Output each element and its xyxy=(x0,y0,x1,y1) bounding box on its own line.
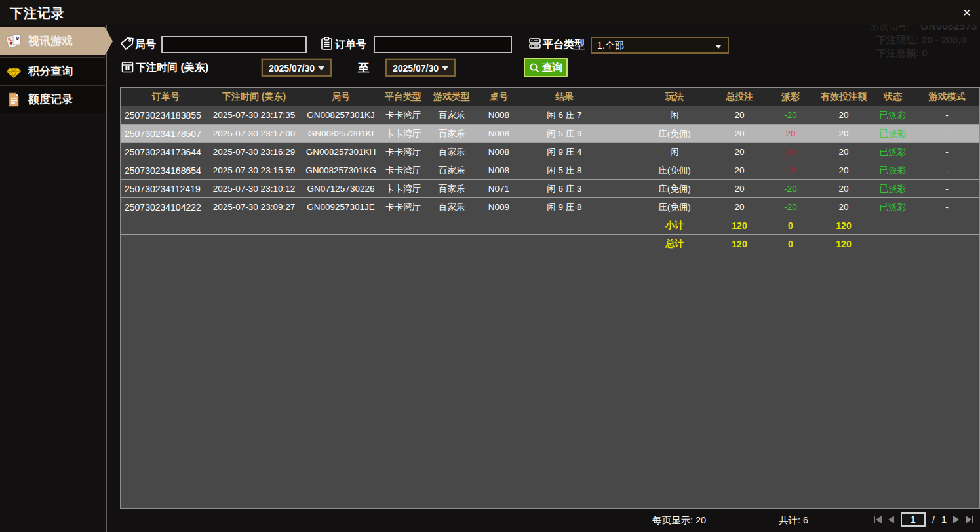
column-header: 平台类型 xyxy=(381,91,425,103)
close-icon[interactable]: × xyxy=(959,5,975,21)
page-size-label: 每页显示: 20 xyxy=(652,514,706,527)
bg-bet-total: 下注总额: 0 xyxy=(876,47,928,60)
bg-panel-edge xyxy=(834,26,980,26)
game-type-cell: 百家乐 xyxy=(425,146,478,158)
platform-cell: 卡卡湾厅 xyxy=(381,183,425,195)
calendar-icon xyxy=(121,60,134,73)
game-type-cell: 百家乐 xyxy=(425,201,478,213)
column-header: 总投注 xyxy=(714,91,765,103)
result-cell: 闲 5 庄 8 xyxy=(520,165,609,176)
round-no-cell: GN008257301KI xyxy=(301,129,381,138)
result-cell: 闲 9 庄 8 xyxy=(520,201,609,213)
sidebar-item-quota-records[interactable]: 额度记录 xyxy=(0,85,105,113)
result-cell: 闲 6 庄 3 xyxy=(520,183,609,195)
bet-time-cell: 2025-07-30 23:15:59 xyxy=(207,165,301,175)
total-bet-cell: 20 xyxy=(714,202,765,212)
subtotal-row-valid-bet-cell: 120 xyxy=(816,220,871,231)
order-no-cell: 250730234168654 xyxy=(121,165,207,176)
column-header: 派彩 xyxy=(765,91,816,103)
date-to-value: 2025/07/30 xyxy=(393,63,439,73)
subtotal-row-payout-cell: 0 xyxy=(765,220,816,231)
diamond-icon xyxy=(5,63,22,80)
first-page-button[interactable] xyxy=(874,516,882,523)
page-total: 1 xyxy=(941,514,947,525)
platform-type-label: 平台类型 xyxy=(543,38,585,52)
order-no-cell: 250730234112419 xyxy=(121,184,207,194)
payout-cell: -20 xyxy=(765,110,816,120)
table-row[interactable]: 2507302341736442025-07-30 23:16:29GN0082… xyxy=(121,143,979,161)
bet-time-label: 下注时间 (美东) xyxy=(136,61,208,75)
round-no-cell: GN009257301JE xyxy=(301,202,381,212)
column-header: 下注时间 (美东) xyxy=(207,91,301,103)
table-no-cell: N009 xyxy=(478,202,520,212)
status-cell: 已派彩 xyxy=(871,201,914,213)
valid-bet-cell: 20 xyxy=(816,202,871,212)
to-label: 至 xyxy=(358,60,369,75)
chevron-down-icon xyxy=(442,66,448,70)
game-mode-cell: - xyxy=(914,165,979,175)
date-from-value: 2025/07/30 xyxy=(269,63,315,73)
prev-page-button[interactable] xyxy=(888,516,894,523)
play-method-cell: 庄(免佣) xyxy=(635,201,714,213)
valid-bet-cell: 20 xyxy=(816,184,871,194)
game-mode-cell: - xyxy=(914,184,979,194)
sidebar-item-video-games[interactable]: K 9 视讯游戏 xyxy=(0,27,105,55)
play-method-cell: 闲 xyxy=(635,110,714,121)
table-no-cell: N008 xyxy=(478,147,520,157)
round-no-label: 局号 xyxy=(135,38,156,52)
order-no-cell: 250730234173644 xyxy=(121,147,207,157)
total-bet-cell: 20 xyxy=(714,165,765,175)
next-page-button[interactable] xyxy=(953,516,959,523)
bet-time-cell: 2025-07-30 23:10:12 xyxy=(207,184,301,194)
table-row[interactable]: 2507302341124192025-07-30 23:10:12GN0712… xyxy=(121,180,979,198)
platform-select[interactable]: 1.全部 xyxy=(591,37,729,54)
play-method-cell: 庄(免佣) xyxy=(635,183,714,195)
table-row[interactable]: 2507302341042222025-07-30 23:09:27GN0092… xyxy=(121,198,979,216)
game-mode-cell: - xyxy=(914,147,979,157)
date-to-picker[interactable]: 2025/07/30 xyxy=(385,59,456,77)
platform-cell: 卡卡湾厅 xyxy=(381,146,425,158)
game-type-cell: 百家乐 xyxy=(425,110,478,121)
bet-time-cell: 2025-07-30 23:17:00 xyxy=(207,129,301,138)
svg-text:9: 9 xyxy=(16,35,20,41)
platform-cell: 卡卡湾厅 xyxy=(381,201,425,213)
round-no-cell: GN07125730226 xyxy=(301,184,381,194)
game-mode-cell: - xyxy=(914,202,979,212)
query-button[interactable]: 查询 xyxy=(524,58,568,77)
table-no-cell: N008 xyxy=(478,165,520,175)
play-method-cell: 庄(免佣) xyxy=(635,165,714,176)
table-row[interactable]: 2507302341686542025-07-30 23:15:59GN0082… xyxy=(121,161,979,180)
subtotal-row-play-method-cell: 小计 xyxy=(635,220,714,232)
order-no-input[interactable] xyxy=(374,36,512,53)
grand-total-row: 总计1200120 xyxy=(121,235,979,253)
date-from-picker[interactable]: 2025/07/30 xyxy=(262,59,332,77)
chevron-down-icon xyxy=(715,45,722,49)
column-header: 桌号 xyxy=(478,91,520,103)
grand-total-row-play-method-cell: 总计 xyxy=(635,238,714,250)
platform-select-value: 1.全部 xyxy=(592,39,624,52)
round-no-cell: GN008257301KJ xyxy=(301,110,381,120)
payout-cell: 20 xyxy=(765,165,816,175)
status-cell: 已派彩 xyxy=(871,165,914,176)
last-page-button[interactable] xyxy=(966,516,973,523)
game-mode-cell: - xyxy=(914,110,979,120)
total-bet-cell: 20 xyxy=(714,184,765,194)
grand-total-row-total-bet-cell: 120 xyxy=(714,239,765,249)
order-no-cell: 250730234178507 xyxy=(121,129,207,139)
status-cell: 已派彩 xyxy=(871,183,914,195)
column-header: 状态 xyxy=(871,91,914,103)
document-icon xyxy=(5,91,22,108)
table-row[interactable]: 2507302341838552025-07-30 23:17:35GN0082… xyxy=(121,106,979,125)
order-no-cell: 250730234183855 xyxy=(121,110,207,121)
round-no-cell: GN008257301KG xyxy=(301,165,381,175)
page-number-input[interactable] xyxy=(901,512,926,527)
total-bet-cell: 20 xyxy=(714,147,765,157)
table-row[interactable]: 2507302341785072025-07-30 23:17:00GN0082… xyxy=(121,125,979,143)
sidebar-item-points-query[interactable]: 积分查询 xyxy=(0,57,105,85)
sidebar-item-label: 额度记录 xyxy=(28,92,73,107)
round-no-input[interactable] xyxy=(161,36,307,53)
game-type-cell: 百家乐 xyxy=(425,165,478,176)
sidebar-item-label: 视讯游戏 xyxy=(28,33,73,49)
result-cell: 闲 5 庄 9 xyxy=(520,128,609,140)
platform-cell: 卡卡湾厅 xyxy=(381,110,425,121)
